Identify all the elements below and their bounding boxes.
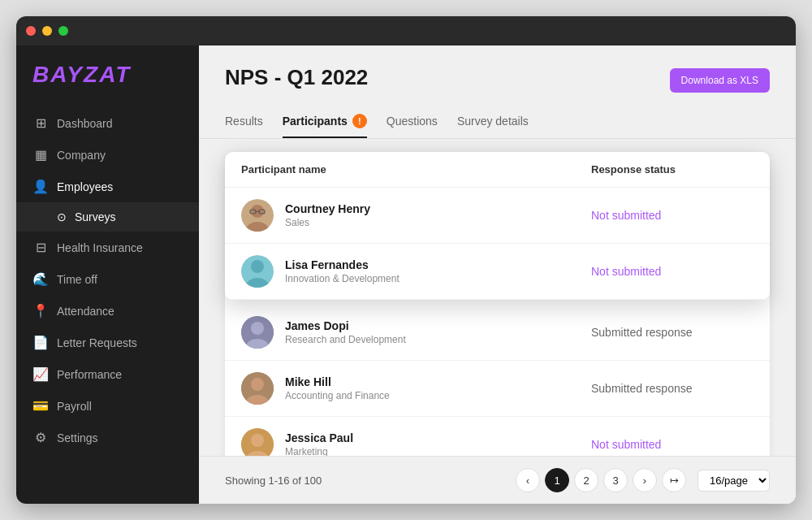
tab-results-label: Results [225,115,263,128]
page-3-button[interactable]: 3 [603,468,628,492]
participant-name: James Dopi [285,319,591,332]
minimize-dot[interactable] [42,26,52,36]
col-participant-name: Participant name [241,163,591,176]
tab-survey-details-label: Survey details [457,115,529,128]
surveys-icon: ⊙ [57,210,67,223]
participant-info: Mike Hill Accounting and Finance [285,375,591,401]
participant-name: Jessica Paul [285,431,591,444]
tab-participants-label: Participants [283,115,348,128]
sidebar-item-employees[interactable]: 👤 Employees [16,171,199,202]
page-2-button[interactable]: 2 [574,468,598,492]
page-title: NPS - Q1 2022 [225,65,368,90]
table-row: Courtney Henry Sales Not submitted [225,188,770,244]
app-window: BAYZAT ⊞ Dashboard ▦ Company 👤 Employees… [16,16,796,504]
sidebar-item-letter-requests[interactable]: 📄 Letter Requests [16,327,199,358]
page-1-button[interactable]: 1 [545,468,569,492]
avatar [241,199,274,232]
response-status: Submitted response [591,326,754,339]
response-status: Not submitted [591,265,754,278]
participant-dept: Research and Development [285,334,591,345]
sidebar-item-label: Health Insurance [57,241,143,254]
svg-point-4 [251,378,264,391]
app-layout: BAYZAT ⊞ Dashboard ▦ Company 👤 Employees… [16,46,796,504]
sidebar-item-surveys[interactable]: ⊙ Surveys [16,202,199,232]
tabs-bar: Results Participants ! Questions Survey … [199,106,796,139]
table-row: Jessica Paul Marketing Not submitted [225,417,770,456]
sidebar-item-settings[interactable]: ⚙ Settings [16,422,199,453]
employees-icon: 👤 [32,179,49,194]
svg-point-16 [251,260,264,273]
table-row: Lisa Fernandes Innovation & Development … [225,244,770,300]
sidebar-item-label: Time off [57,273,97,286]
close-dot[interactable] [26,26,36,36]
overlay-table-header: Participant name Response status [225,152,770,188]
titlebar [16,16,796,46]
table-row: Mike Hill Accounting and Finance Submitt… [225,361,770,417]
logo: BAYZAT [16,62,199,107]
health-icon: ⊟ [32,240,49,255]
next-page-button[interactable]: › [633,468,657,492]
sidebar-item-payroll[interactable]: 💳 Payroll [16,390,199,422]
company-icon: ▦ [32,147,49,162]
sidebar-item-label: Surveys [75,210,116,223]
logo-text: BAYZAT [32,62,131,87]
prev-page-button[interactable]: ‹ [516,468,540,492]
tab-survey-details[interactable]: Survey details [457,106,529,138]
tab-questions-label: Questions [387,115,438,128]
participant-dept: Accounting and Finance [285,390,591,401]
pagination-controls: ‹ 1 2 3 › ↦ 16/page 32/page 50/page [516,468,770,492]
elevated-card: Participant name Response status [225,152,770,300]
sidebar-item-label: Employees [57,180,113,193]
avatar [241,316,274,349]
participant-info: Lisa Fernandes Innovation & Development [285,258,591,284]
participant-dept: Marketing [285,446,591,456]
avatar [241,372,274,405]
last-page-button[interactable]: ↦ [662,468,686,492]
attendance-icon: 📍 [32,303,49,318]
dashboard-icon: ⊞ [32,115,49,131]
letter-icon: 📄 [32,335,49,350]
sidebar-item-attendance[interactable]: 📍 Attendance [16,295,199,327]
sidebar-item-label: Company [57,149,106,162]
payroll-icon: 💳 [32,398,49,414]
table-container: Participant name Response status [199,139,796,456]
page-header: NPS - Q1 2022 Download as XLS [199,46,796,93]
maximize-dot[interactable] [58,26,68,36]
sidebar-item-label: Performance [57,368,122,381]
main-content: NPS - Q1 2022 Download as XLS Results Pa… [199,46,796,504]
per-page-select[interactable]: 16/page 32/page 50/page [698,470,770,492]
sidebar-item-label: Attendance [57,305,114,318]
sidebar-item-label: Letter Requests [57,336,137,349]
tab-results[interactable]: Results [225,106,263,138]
tab-participants[interactable]: Participants ! [283,106,367,138]
pagination-bar: Showing 1-16 of 100 ‹ 1 2 3 › ↦ 16/page … [199,456,796,504]
settings-icon: ⚙ [32,430,49,445]
pagination-info: Showing 1-16 of 100 [225,474,322,487]
svg-point-1 [251,322,264,335]
table-row: James Dopi Research and Development Subm… [225,305,770,361]
sidebar-item-time-off[interactable]: 🌊 Time off [16,263,199,295]
download-button[interactable]: Download as XLS [670,68,770,93]
participant-name: Courtney Henry [285,202,591,215]
col-response-status: Response status [591,163,754,176]
sidebar-item-performance[interactable]: 📈 Performance [16,358,199,390]
svg-point-7 [251,434,264,447]
timeoff-icon: 🌊 [32,271,49,287]
response-status: Not submitted [591,438,754,451]
sidebar-item-label: Dashboard [57,117,113,130]
sidebar: BAYZAT ⊞ Dashboard ▦ Company 👤 Employees… [16,46,199,504]
participant-info: James Dopi Research and Development [285,319,591,345]
response-status: Submitted response [591,382,754,395]
avatar [241,255,274,288]
avatar [241,428,274,456]
sidebar-item-health-insurance[interactable]: ⊟ Health Insurance [16,232,199,263]
participant-info: Courtney Henry Sales [285,202,591,228]
participant-name: Mike Hill [285,375,591,388]
sidebar-item-dashboard[interactable]: ⊞ Dashboard [16,107,199,139]
sidebar-item-company[interactable]: ▦ Company [16,139,199,171]
sidebar-item-label: Payroll [57,400,92,413]
participant-name: Lisa Fernandes [285,258,591,271]
participants-badge: ! [352,114,367,128]
response-status: Not submitted [591,209,754,222]
tab-questions[interactable]: Questions [387,106,438,138]
